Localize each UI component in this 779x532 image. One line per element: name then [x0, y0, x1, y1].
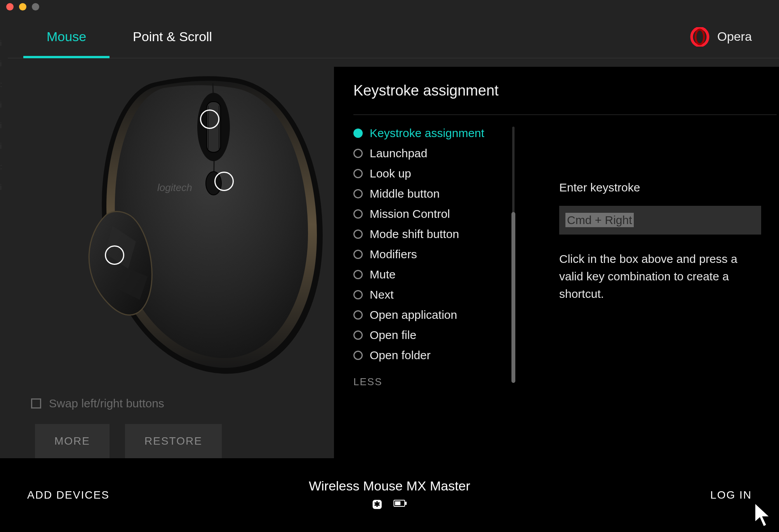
- panel-title: Keystroke assignment: [353, 82, 777, 115]
- add-devices-label: ADD DEVICES: [27, 489, 110, 501]
- radio-icon: [353, 209, 363, 219]
- option-next[interactable]: Next: [353, 288, 505, 301]
- less-toggle[interactable]: LESS: [353, 376, 505, 388]
- app-context-label: Opera: [717, 30, 752, 44]
- mouse-column: logitech Swap left/right buttons MORE RE…: [8, 59, 326, 458]
- svg-rect-11: [395, 501, 400, 505]
- close-window-icon[interactable]: [6, 3, 14, 10]
- option-label: Middle button: [370, 187, 440, 200]
- option-label: Mission Control: [370, 207, 450, 221]
- option-label: Open application: [370, 308, 457, 322]
- detail-pane: Enter keystroke Cmd + Right Click in the…: [528, 127, 777, 443]
- restore-button-label: RESTORE: [144, 435, 202, 447]
- option-middle-button[interactable]: Middle button: [353, 187, 505, 200]
- zoom-window-icon[interactable]: [32, 3, 39, 10]
- radio-icon: [353, 330, 363, 340]
- assignment-panel: Keystroke assignment Keystroke assignmen…: [334, 67, 779, 458]
- option-label: Mode shift button: [370, 228, 459, 241]
- cursor-icon: [752, 502, 775, 529]
- keystroke-input[interactable]: Cmd + Right: [559, 206, 761, 235]
- option-launchpad[interactable]: Launchpad: [353, 147, 505, 160]
- tab-bar: Mouse Point & Scroll: [23, 16, 235, 58]
- option-list: Keystroke assignment Launchpad Look up M…: [353, 127, 513, 443]
- option-open-folder[interactable]: Open folder: [353, 349, 505, 362]
- device-status-icons: ✱: [309, 499, 470, 512]
- radio-icon: [353, 351, 363, 360]
- opera-icon: [690, 27, 709, 47]
- button-row: MORE RESTORE: [35, 424, 222, 458]
- tab-point-scroll-label: Point & Scroll: [133, 29, 212, 44]
- svg-point-1: [696, 30, 704, 44]
- option-mute[interactable]: Mute: [353, 268, 505, 281]
- hotspot-mode-shift[interactable]: [214, 172, 234, 191]
- tab-mouse-label: Mouse: [47, 29, 86, 44]
- radio-icon: [353, 229, 363, 239]
- option-label: Open folder: [370, 349, 431, 362]
- add-devices-button[interactable]: ADD DEVICES: [27, 489, 110, 501]
- tab-point-scroll[interactable]: Point & Scroll: [110, 16, 235, 58]
- device-name-block: Wireless Mouse MX Master ✱: [309, 478, 470, 512]
- restore-button[interactable]: RESTORE: [125, 424, 222, 458]
- svg-point-0: [692, 28, 708, 46]
- app-context[interactable]: Opera: [690, 27, 767, 47]
- device-name: Wireless Mouse MX Master: [309, 478, 470, 494]
- login-button[interactable]: LOG IN: [710, 489, 752, 501]
- bottom-bar: ADD DEVICES Wireless Mouse MX Master ✱: [0, 458, 779, 532]
- keystroke-value: Cmd + Right: [565, 213, 634, 227]
- option-mode-shift-button[interactable]: Mode shift button: [353, 228, 505, 241]
- radio-icon: [353, 149, 363, 158]
- main-body: logitech Swap left/right buttons MORE RE…: [8, 59, 779, 458]
- background-window-edge: ii:iii:i: [0, 23, 8, 532]
- option-open-file[interactable]: Open file: [353, 329, 505, 342]
- radio-icon: [353, 250, 363, 259]
- scrollbar-thumb[interactable]: [511, 212, 515, 383]
- tab-mouse[interactable]: Mouse: [23, 16, 110, 58]
- option-label: Modifiers: [370, 248, 417, 261]
- more-button[interactable]: MORE: [35, 424, 110, 458]
- option-label: Launchpad: [370, 147, 427, 160]
- option-open-application[interactable]: Open application: [353, 308, 505, 322]
- battery-icon: [393, 499, 407, 512]
- mouse-illustration: logitech: [70, 67, 334, 385]
- radio-icon: [353, 129, 363, 138]
- option-mission-control[interactable]: Mission Control: [353, 207, 505, 221]
- radio-icon: [353, 290, 363, 299]
- more-button-label: MORE: [54, 435, 90, 447]
- option-label: Mute: [370, 268, 396, 281]
- keystroke-label: Enter keystroke: [559, 181, 761, 194]
- option-label: Open file: [370, 329, 416, 342]
- panel-body: Keystroke assignment Launchpad Look up M…: [353, 127, 777, 443]
- option-label: Keystroke assignment: [370, 127, 484, 140]
- login-label: LOG IN: [710, 489, 752, 501]
- svg-rect-10: [405, 502, 407, 505]
- top-nav: Mouse Point & Scroll Opera: [8, 16, 779, 58]
- option-label: Next: [370, 288, 394, 301]
- minimize-window-icon[interactable]: [19, 3, 26, 10]
- radio-icon: [353, 169, 363, 178]
- unifying-receiver-icon: ✱: [372, 499, 383, 512]
- less-label: LESS: [353, 376, 383, 388]
- swap-checkbox[interactable]: [31, 398, 41, 409]
- swap-buttons-row[interactable]: Swap left/right buttons: [31, 397, 164, 410]
- radio-icon: [353, 189, 363, 198]
- option-look-up[interactable]: Look up: [353, 167, 505, 180]
- option-keystroke-assignment[interactable]: Keystroke assignment: [353, 127, 505, 140]
- svg-text:✱: ✱: [374, 500, 380, 508]
- swap-label: Swap left/right buttons: [49, 397, 164, 410]
- option-label: Look up: [370, 167, 411, 180]
- hotspot-thumb-button[interactable]: [105, 245, 124, 265]
- mouse-brand-text: logitech: [157, 182, 192, 193]
- hotspot-scroll-wheel[interactable]: [200, 110, 219, 129]
- app-window: ii:iii:i Mouse Point & Scroll Opera: [0, 0, 779, 532]
- radio-icon: [353, 310, 363, 320]
- radio-icon: [353, 270, 363, 279]
- window-controls: [6, 3, 39, 10]
- keystroke-help-text: Click in the box above and press a valid…: [559, 250, 761, 303]
- option-modifiers[interactable]: Modifiers: [353, 248, 505, 261]
